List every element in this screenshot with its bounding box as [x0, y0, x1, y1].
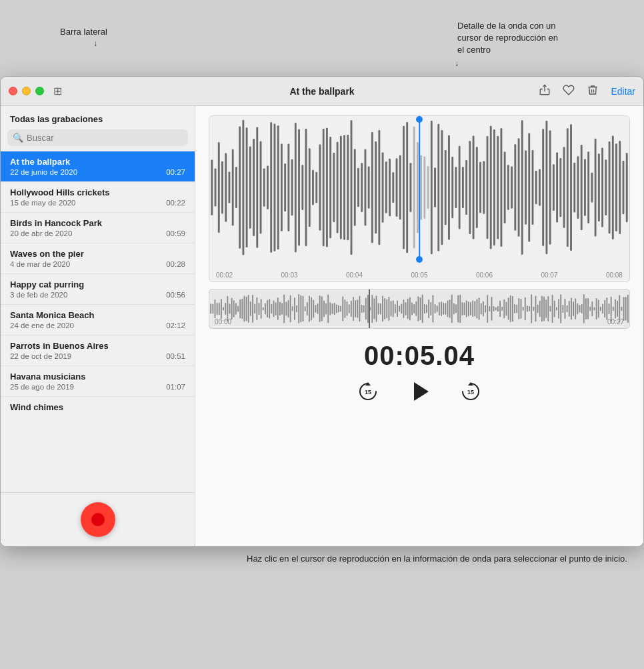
waveform-overview[interactable]: 00:0000:27: [209, 289, 630, 329]
svg-rect-224: [428, 299, 429, 318]
svg-rect-268: [521, 299, 522, 319]
svg-rect-4: [225, 153, 227, 222]
recording-duration: 00:51: [166, 352, 185, 360]
svg-rect-156: [285, 302, 287, 316]
playhead-bottom-dot: [416, 256, 423, 263]
maximize-button[interactable]: [35, 87, 44, 95]
svg-rect-299: [585, 298, 587, 319]
svg-rect-53: [396, 158, 398, 216]
list-item[interactable]: Havana musicians 25 de ago de 2019 01:07: [1, 366, 195, 397]
svg-rect-236: [453, 303, 455, 314]
svg-rect-213: [405, 302, 407, 315]
svg-rect-229: [439, 302, 440, 315]
timestamp-label: 00:07: [541, 271, 557, 279]
svg-rect-56: [406, 122, 408, 253]
svg-rect-249: [481, 303, 482, 314]
svg-rect-96: [545, 121, 547, 254]
svg-rect-24: [295, 123, 297, 252]
svg-rect-2: [218, 142, 220, 233]
favorite-button[interactable]: [563, 84, 575, 99]
svg-rect-36: [337, 142, 339, 233]
svg-rect-285: [556, 307, 557, 310]
svg-rect-282: [550, 306, 551, 312]
timestamp-label: 00:04: [346, 271, 363, 279]
svg-rect-120: [210, 303, 211, 313]
svg-rect-204: [386, 299, 387, 318]
svg-rect-20: [281, 143, 283, 231]
svg-rect-38: [343, 135, 345, 240]
svg-rect-230: [441, 301, 442, 316]
svg-rect-71: [459, 146, 461, 229]
svg-rect-194: [365, 298, 367, 320]
svg-rect-63: [431, 121, 433, 254]
svg-rect-318: [625, 297, 627, 321]
svg-rect-255: [493, 306, 495, 311]
svg-rect-215: [409, 297, 411, 320]
list-item[interactable]: Parrots in Buenos Aires 22 de oct de 201…: [1, 336, 195, 366]
svg-rect-179: [334, 303, 335, 315]
svg-rect-185: [347, 301, 348, 316]
svg-rect-33: [326, 128, 328, 247]
list-item[interactable]: Birds in Hancock Park 20 de abr de 2020 …: [1, 213, 195, 243]
svg-rect-102: [567, 128, 569, 247]
timestamp-label: 00:05: [411, 271, 427, 279]
list-item[interactable]: Waves on the pier 4 de mar de 2020 00:28: [1, 243, 195, 274]
svg-rect-29: [312, 170, 314, 205]
svg-rect-65: [437, 124, 439, 251]
waveform-detail[interactable]: 00:0200:0300:0400:0500:0600:0700:08: [209, 115, 630, 282]
titlebar-actions: Editar: [539, 84, 635, 99]
svg-rect-98: [553, 164, 555, 211]
svg-rect-51: [389, 159, 391, 217]
list-item[interactable]: Wind chimes: [1, 397, 195, 419]
svg-rect-301: [589, 307, 591, 311]
svg-rect-297: [581, 304, 583, 313]
list-item[interactable]: At the ballpark 22 de junio de 2020 00:2…: [1, 151, 195, 182]
svg-rect-181: [338, 305, 339, 313]
svg-rect-132: [235, 303, 237, 314]
svg-rect-47: [375, 141, 377, 233]
minimize-button[interactable]: [22, 87, 31, 95]
svg-rect-84: [504, 151, 506, 223]
svg-rect-256: [495, 307, 497, 310]
search-icon: 🔍: [13, 133, 23, 143]
svg-rect-212: [403, 299, 404, 318]
edit-button[interactable]: Editar: [611, 86, 635, 97]
svg-rect-76: [476, 147, 478, 228]
svg-rect-129: [229, 303, 231, 313]
svg-rect-171: [317, 303, 319, 314]
sidebar-toggle-button[interactable]: ⊞: [53, 85, 62, 97]
svg-rect-17: [270, 122, 272, 252]
svg-rect-45: [368, 166, 370, 208]
recording-title: Wind chimes: [10, 402, 185, 412]
svg-rect-105: [577, 156, 579, 219]
player-area: 00:0200:0300:0400:0500:0600:0700:08 00:0…: [195, 106, 643, 546]
list-item[interactable]: Happy cat purring 3 de feb de 2020 00:56: [1, 274, 195, 305]
list-item[interactable]: Santa Monica Beach 24 de ene de 2020 02:…: [1, 305, 195, 336]
search-input[interactable]: [27, 133, 183, 143]
svg-rect-144: [261, 299, 262, 319]
delete-button[interactable]: [587, 84, 599, 99]
skip-forward-button[interactable]: 15: [458, 379, 483, 404]
play-button[interactable]: [407, 380, 431, 404]
timestamp-label: 00:03: [281, 271, 297, 279]
svg-rect-269: [523, 307, 524, 311]
svg-rect-165: [305, 306, 306, 311]
close-button[interactable]: [9, 87, 17, 95]
skip-back-button[interactable]: 15: [355, 379, 381, 404]
search-bar[interactable]: 🔍: [7, 129, 188, 146]
svg-rect-244: [470, 302, 471, 316]
record-button[interactable]: [81, 502, 115, 537]
recording-date: 22 de oct de 2019: [10, 352, 71, 360]
svg-rect-94: [539, 169, 541, 205]
svg-rect-25: [298, 129, 300, 246]
svg-rect-115: [612, 135, 614, 239]
waveform-timestamps: 00:0200:0300:0400:0500:0600:0700:08: [209, 271, 629, 279]
window-title: At the ballpark: [289, 86, 354, 97]
svg-rect-288: [562, 305, 563, 313]
share-button[interactable]: [539, 84, 551, 99]
svg-rect-159: [292, 306, 293, 311]
recording-list: At the ballpark 22 de junio de 2020 00:2…: [1, 151, 195, 492]
svg-rect-67: [445, 150, 447, 225]
svg-rect-143: [259, 303, 260, 315]
list-item[interactable]: Hollywood Hills crickets 15 de may de 20…: [1, 182, 195, 213]
